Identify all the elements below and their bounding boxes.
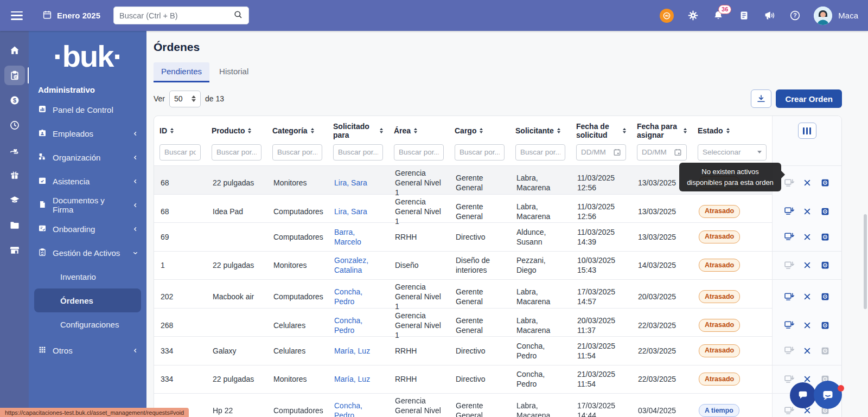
filter-input-categoria[interactable]	[272, 144, 322, 161]
cancel-order-button[interactable]	[803, 292, 812, 301]
rail-training-icon[interactable]	[4, 190, 25, 210]
employee-link[interactable]: Barra, Marcelo	[334, 227, 382, 247]
user-avatar[interactable]	[814, 7, 832, 25]
employee-link[interactable]: Lira, Sara	[334, 178, 367, 188]
filter-input-solicitante[interactable]	[515, 144, 565, 161]
news-icon[interactable]	[737, 9, 750, 22]
rail-asset-management-icon[interactable]	[4, 66, 25, 85]
column-header-solicitante[interactable]: Solicitante	[510, 116, 571, 142]
download-button[interactable]	[751, 89, 771, 108]
assign-asset-button[interactable]	[784, 232, 794, 242]
order-detail-button[interactable]	[820, 232, 830, 242]
sidebar-item-asistencia[interactable]: Asistencia	[29, 169, 146, 193]
filter-estado-select[interactable]: Seleccionar	[698, 144, 767, 161]
rail-benefits-icon[interactable]	[4, 140, 25, 160]
sidebar-item-empleados[interactable]: Empleados	[29, 121, 146, 145]
order-detail-button[interactable]	[820, 292, 830, 301]
settings-gear-icon[interactable]	[686, 9, 699, 22]
cancel-order-button[interactable]	[803, 178, 812, 187]
chat-bubble-button[interactable]	[790, 382, 816, 408]
order-detail-button[interactable]	[820, 260, 830, 270]
assistant-icon[interactable]	[660, 9, 674, 23]
employee-link[interactable]: Concha, Pedro	[334, 287, 382, 306]
sort-icon[interactable]	[726, 128, 730, 133]
rail-gift-icon[interactable]	[4, 165, 25, 185]
column-header-fecha-de-solicitud[interactable]: Fecha de solicitud	[571, 116, 631, 142]
assign-asset-button[interactable]	[784, 292, 794, 302]
order-detail-button[interactable]	[820, 207, 830, 216]
sort-icon[interactable]	[557, 128, 560, 133]
filter-input-cargo[interactable]	[455, 144, 505, 161]
assign-asset-button[interactable]	[784, 320, 794, 330]
order-detail-button[interactable]	[820, 320, 830, 330]
help-icon[interactable]: ?	[788, 9, 801, 22]
help-widget-button[interactable]	[814, 381, 842, 409]
sort-icon[interactable]	[480, 128, 483, 133]
column-settings-button[interactable]	[798, 123, 816, 139]
sidebar-item-otros[interactable]: Otros	[29, 338, 146, 362]
employee-link[interactable]: Concha, Pedro	[334, 316, 382, 335]
filter-input-area[interactable]	[394, 144, 444, 161]
filter-date-solicitud[interactable]: DD/MM	[576, 144, 626, 161]
cancel-order-button[interactable]	[803, 261, 812, 270]
employee-link[interactable]: Gonzalez, Catalina	[334, 255, 382, 275]
filter-input-id[interactable]	[159, 144, 201, 161]
tab-historial[interactable]: Historial	[212, 62, 256, 82]
announcements-megaphone-icon[interactable]	[763, 9, 776, 22]
employee-link[interactable]: María, Luz	[334, 346, 370, 356]
search-input[interactable]	[119, 11, 233, 20]
sidebar-item-documentos-y-firma[interactable]: Documentos y Firma	[29, 193, 146, 217]
assign-asset-button[interactable]	[784, 178, 794, 188]
sidebar-item-onboarding[interactable]: Onboarding	[29, 217, 146, 241]
sort-icon[interactable]	[380, 128, 383, 133]
rail-documents-folder-icon[interactable]	[4, 215, 25, 235]
cancel-order-button[interactable]	[803, 207, 812, 216]
assign-asset-button[interactable]	[784, 345, 794, 356]
cancel-order-button[interactable]	[803, 321, 812, 330]
rail-remuneration-icon[interactable]: $	[4, 91, 25, 110]
filter-date-asignar[interactable]: DD/MM	[637, 144, 687, 161]
assign-asset-button[interactable]	[784, 206, 794, 216]
cancel-order-button[interactable]	[803, 233, 812, 241]
column-header-id[interactable]: ID	[154, 116, 206, 142]
period-selector[interactable]: Enero 2025	[42, 10, 100, 21]
sidebar-subitem-inventario[interactable]: Inventario	[34, 265, 141, 288]
sidebar-item-gestion-de-activos[interactable]: Gestión de Activos	[29, 241, 146, 265]
employee-link[interactable]: Lira, Sara	[334, 207, 367, 216]
sort-icon[interactable]	[248, 128, 251, 133]
sidebar-item-organizacion[interactable]: Organización	[29, 145, 146, 169]
sidebar-subitem-configuraciones[interactable]: Configuraciones	[34, 312, 141, 336]
rail-home-icon[interactable]	[4, 41, 25, 60]
employee-link[interactable]: Concha, Pedro	[334, 401, 382, 417]
rail-marketplace-icon[interactable]	[4, 240, 25, 260]
notifications-bell-icon[interactable]: 36	[712, 9, 725, 22]
sidebar-item-panel-de-control[interactable]: Panel de Control	[29, 98, 146, 121]
order-detail-button[interactable]	[820, 346, 830, 356]
column-header-categoria[interactable]: Categoría	[267, 116, 328, 142]
column-header-fecha-para-asignar[interactable]: Fecha para asignar	[631, 116, 692, 142]
order-detail-button[interactable]	[820, 178, 830, 188]
column-header-estado[interactable]: Estado	[692, 116, 772, 142]
create-order-button[interactable]: Crear Orden	[776, 89, 842, 108]
user-name[interactable]: Maca	[838, 11, 858, 20]
rail-time-icon[interactable]	[4, 116, 25, 135]
column-header-area[interactable]: Área	[388, 116, 449, 142]
sort-icon[interactable]	[170, 128, 174, 133]
employee-link[interactable]: María, Luz	[334, 374, 370, 384]
tab-pendientes[interactable]: Pendientes	[154, 62, 209, 82]
sort-icon[interactable]	[623, 128, 626, 133]
sort-icon[interactable]	[311, 128, 314, 133]
sidebar-subitem-ordenes[interactable]: Órdenes	[34, 288, 141, 312]
per-page-select[interactable]: 50	[169, 91, 201, 107]
search-icon[interactable]	[233, 10, 243, 22]
assign-asset-button[interactable]	[784, 374, 794, 384]
sort-icon[interactable]	[684, 128, 687, 133]
column-header-producto[interactable]: Producto	[206, 116, 267, 142]
sort-icon[interactable]	[414, 128, 417, 133]
cancel-order-button[interactable]	[803, 347, 812, 355]
filter-input-solicitado-para[interactable]	[333, 144, 383, 161]
hamburger-menu-icon[interactable]	[11, 11, 23, 20]
assign-asset-button[interactable]	[784, 406, 794, 416]
column-header-solicitado-para[interactable]: Solicitado para	[328, 116, 388, 142]
column-header-cargo[interactable]: Cargo	[449, 116, 510, 142]
